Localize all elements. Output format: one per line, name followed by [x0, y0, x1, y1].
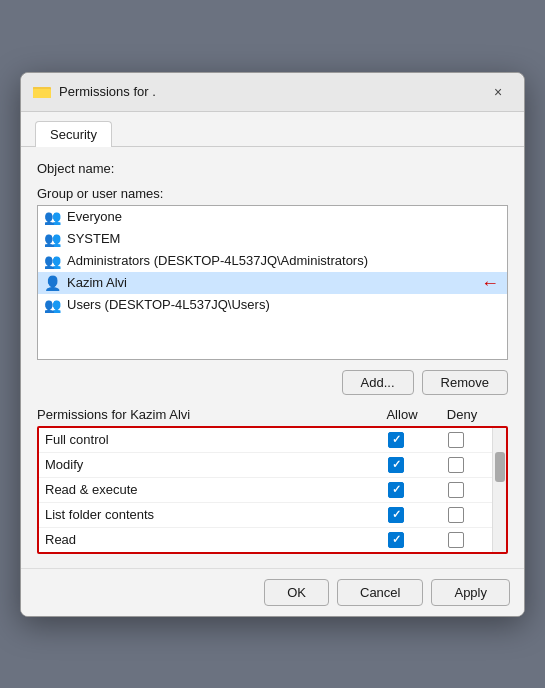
group-icon: 👥 — [44, 253, 61, 269]
user-icon: 👤 — [44, 275, 61, 291]
close-button[interactable]: × — [484, 81, 512, 103]
group-icon: 👥 — [44, 231, 61, 247]
bottom-bar: OK Cancel Apply — [21, 568, 524, 616]
cancel-button[interactable]: Cancel — [337, 579, 423, 606]
deny-checkbox-read[interactable] — [448, 532, 464, 548]
user-name: Administrators (DESKTOP-4L537JQ\Administ… — [67, 253, 368, 268]
perm-deny-cell — [426, 432, 486, 448]
allow-checkbox-full-control[interactable] — [388, 432, 404, 448]
perm-title: Permissions for Kazim Alvi — [37, 407, 372, 422]
add-button[interactable]: Add... — [342, 370, 414, 395]
perm-allow-cell — [366, 507, 426, 523]
user-name: SYSTEM — [67, 231, 120, 246]
list-item-selected[interactable]: 👤 Kazim Alvi ← — [38, 272, 507, 294]
allow-checkbox-modify[interactable] — [388, 457, 404, 473]
perm-allow-cell — [366, 532, 426, 548]
remove-button[interactable]: Remove — [422, 370, 508, 395]
perm-name: List folder contents — [45, 507, 366, 522]
perm-deny-cell — [426, 457, 486, 473]
folder-icon — [33, 84, 51, 100]
tab-bar: Security — [21, 112, 524, 147]
list-item[interactable]: 👥 Everyone — [38, 206, 507, 228]
group-user-label: Group or user names: — [37, 186, 508, 201]
perm-row: List folder contents — [39, 503, 492, 528]
dialog-title: Permissions for . — [59, 84, 476, 99]
perm-deny-header: Deny — [432, 407, 492, 422]
tab-security[interactable]: Security — [35, 121, 112, 147]
perm-title-user: Kazim Alvi — [130, 407, 190, 422]
perm-allow-header: Allow — [372, 407, 432, 422]
permissions-section: Permissions for Kazim Alvi Allow Deny Fu… — [37, 407, 508, 554]
list-item[interactable]: 👥 SYSTEM — [38, 228, 507, 250]
allow-checkbox-read[interactable] — [388, 532, 404, 548]
user-name: Users (DESKTOP-4L537JQ\Users) — [67, 297, 270, 312]
arrow-annotation: ← — [481, 272, 499, 293]
scroll-thumb — [495, 452, 505, 482]
deny-checkbox-read-execute[interactable] — [448, 482, 464, 498]
perm-row: Modify — [39, 453, 492, 478]
allow-checkbox-read-execute[interactable] — [388, 482, 404, 498]
perm-title-prefix: Permissions for — [37, 407, 130, 422]
dialog-content: Object name: Group or user names: 👥 Ever… — [21, 147, 524, 568]
deny-checkbox-modify[interactable] — [448, 457, 464, 473]
svg-rect-2 — [33, 89, 51, 98]
perm-name: Modify — [45, 457, 366, 472]
perm-allow-cell — [366, 432, 426, 448]
allow-checkbox-list-folder[interactable] — [388, 507, 404, 523]
perm-deny-cell — [426, 532, 486, 548]
ok-button[interactable]: OK — [264, 579, 329, 606]
permissions-dialog: Permissions for . × Security Object name… — [20, 72, 525, 617]
add-remove-row: Add... Remove — [37, 370, 508, 395]
perm-scrollbar[interactable] — [492, 428, 506, 552]
perm-row: Full control — [39, 428, 492, 453]
user-name: Everyone — [67, 209, 122, 224]
perm-table-wrapper: Full control Modify — [37, 426, 508, 554]
user-name: Kazim Alvi — [67, 275, 127, 290]
perm-row: Read & execute — [39, 478, 492, 503]
perm-name: Full control — [45, 432, 366, 447]
deny-checkbox-full-control[interactable] — [448, 432, 464, 448]
perm-name: Read & execute — [45, 482, 366, 497]
perm-allow-cell — [366, 457, 426, 473]
user-list[interactable]: 👥 Everyone 👥 SYSTEM 👥 Administrators (DE… — [37, 205, 508, 360]
perm-allow-cell — [366, 482, 426, 498]
perm-row: Read — [39, 528, 492, 552]
list-item[interactable]: 👥 Administrators (DESKTOP-4L537JQ\Admini… — [38, 250, 507, 272]
group-icon: 👥 — [44, 297, 61, 313]
perm-deny-cell — [426, 482, 486, 498]
perm-table-inner: Full control Modify — [39, 428, 492, 552]
object-name-label: Object name: — [37, 161, 508, 176]
apply-button[interactable]: Apply — [431, 579, 510, 606]
group-icon: 👥 — [44, 209, 61, 225]
perm-name: Read — [45, 532, 366, 547]
list-item[interactable]: 👥 Users (DESKTOP-4L537JQ\Users) — [38, 294, 507, 316]
perm-deny-cell — [426, 507, 486, 523]
title-bar: Permissions for . × — [21, 73, 524, 112]
perm-header: Permissions for Kazim Alvi Allow Deny — [37, 407, 508, 422]
deny-checkbox-list-folder[interactable] — [448, 507, 464, 523]
